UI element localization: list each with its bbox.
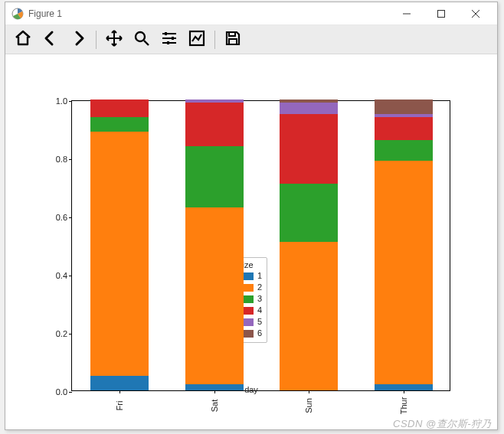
axes: size 123456 0.00.20.40.60.81.0FriSatSunT… xyxy=(71,100,450,391)
y-tick-mark xyxy=(69,159,72,160)
x-tick-mark xyxy=(214,390,215,393)
forward-button[interactable] xyxy=(65,27,91,53)
bar-segment xyxy=(185,384,244,390)
y-tick-mark xyxy=(69,276,72,276)
bar-Sat xyxy=(185,100,244,390)
x-tick-mark xyxy=(404,390,404,393)
bar-segment xyxy=(280,242,338,390)
bar-segment xyxy=(280,103,338,114)
save-button[interactable] xyxy=(220,27,246,53)
watermark: CSDN @查尔斯-狩乃 xyxy=(393,417,492,431)
bar-segment xyxy=(185,207,244,385)
figure-window: Figure 1 xyxy=(5,2,498,430)
svg-rect-10 xyxy=(165,32,167,35)
x-tick-mark xyxy=(309,390,309,393)
bar-segment xyxy=(375,117,433,140)
zoom-icon xyxy=(133,29,151,51)
svg-line-6 xyxy=(144,41,149,45)
legend-label: 3 xyxy=(257,293,262,305)
bar-Fri xyxy=(90,100,149,390)
titlebar: Figure 1 xyxy=(5,2,497,25)
y-tick-label: 0.0 xyxy=(56,387,67,396)
y-tick-label: 0.8 xyxy=(56,155,67,164)
arrow-right-icon xyxy=(69,29,87,51)
svg-point-5 xyxy=(136,32,145,41)
legend-label: 4 xyxy=(257,305,262,316)
maximize-button[interactable] xyxy=(424,2,458,25)
edit-axes-button[interactable] xyxy=(184,27,210,53)
figure-canvas[interactable]: size 123456 0.00.20.40.60.81.0FriSatSunT… xyxy=(5,54,497,429)
y-tick-mark xyxy=(69,334,72,334)
y-tick-mark xyxy=(69,392,72,393)
matplotlib-toolbar xyxy=(5,25,497,54)
bar-segment xyxy=(375,140,433,161)
bar-segment xyxy=(375,161,433,385)
arrow-left-icon xyxy=(41,29,60,51)
bar-segment xyxy=(185,100,244,103)
bar-segment xyxy=(90,117,149,132)
bar-segment xyxy=(90,376,149,390)
svg-rect-11 xyxy=(172,37,174,40)
bar-segment xyxy=(375,384,433,390)
y-tick-label: 0.6 xyxy=(56,213,67,222)
y-tick-label: 0.2 xyxy=(56,329,67,338)
bar-segment xyxy=(280,100,338,103)
x-tick-mark xyxy=(119,390,120,393)
y-tick-mark xyxy=(69,101,72,102)
y-tick-label: 0.4 xyxy=(56,271,67,280)
toolbar-separator xyxy=(214,31,215,49)
toolbar-separator xyxy=(96,31,97,49)
pan-button[interactable] xyxy=(101,27,127,53)
x-tick-label: Sun xyxy=(304,398,313,413)
bar-segment xyxy=(280,184,338,242)
back-button[interactable] xyxy=(38,27,64,53)
bar-Sun xyxy=(280,100,338,390)
save-icon xyxy=(224,29,242,51)
x-axis-label: day xyxy=(244,385,258,394)
svg-rect-12 xyxy=(167,41,169,44)
y-tick-mark xyxy=(69,217,72,218)
window-title: Figure 1 xyxy=(28,8,389,19)
home-icon xyxy=(14,29,32,51)
bar-segment xyxy=(375,100,433,114)
matplotlib-icon xyxy=(11,8,24,20)
sliders-icon xyxy=(160,29,178,51)
legend-label: 2 xyxy=(257,282,262,293)
bar-segment xyxy=(185,103,244,146)
x-tick-label: Thur xyxy=(399,397,408,415)
close-button[interactable] xyxy=(458,2,493,25)
bar-segment xyxy=(185,146,244,207)
legend-label: 5 xyxy=(257,316,262,328)
x-tick-label: Sat xyxy=(210,400,219,413)
y-tick-label: 1.0 xyxy=(56,96,67,106)
x-tick-label: Fri xyxy=(115,401,124,411)
bar-segment xyxy=(280,114,338,184)
svg-rect-14 xyxy=(229,32,235,36)
minimize-button[interactable] xyxy=(389,2,424,25)
bar-segment xyxy=(90,132,149,376)
chart-line-icon xyxy=(188,29,206,51)
configure-subplots-button[interactable] xyxy=(156,27,182,53)
legend-label: 6 xyxy=(257,328,262,339)
bar-segment xyxy=(375,114,433,117)
home-button[interactable] xyxy=(10,27,36,53)
move-icon xyxy=(105,29,123,51)
legend-label: 1 xyxy=(257,270,262,282)
bar-segment xyxy=(90,100,149,117)
bar-Thur xyxy=(375,100,433,390)
zoom-button[interactable] xyxy=(129,27,155,53)
svg-rect-2 xyxy=(437,10,444,17)
